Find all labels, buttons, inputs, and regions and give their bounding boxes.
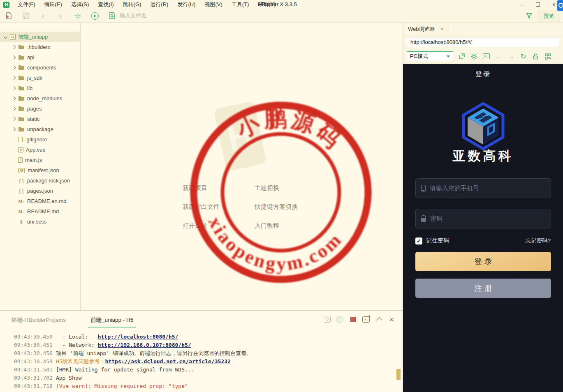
menu-item[interactable]: 选择(S) <box>67 0 93 9</box>
menu-item[interactable]: 查找(I) <box>93 0 118 9</box>
tree-item[interactable]: [ ]package-lock.json <box>0 175 80 186</box>
log-link[interactable]: http://localhost:8080/h5/ <box>98 334 178 340</box>
quick-link[interactable]: 入门教程 <box>255 222 279 230</box>
chevron-down-icon[interactable] <box>4 35 8 39</box>
phone-icon <box>421 185 426 192</box>
quick-link[interactable]: 打开目录 <box>183 222 207 230</box>
register-button[interactable]: 注 册 <box>415 279 551 298</box>
tree-item[interactable]: lib <box>0 83 80 93</box>
quick-link[interactable]: 快捷键方案切换 <box>255 203 298 211</box>
console-tab[interactable]: 终端-HBuilderProjects <box>12 316 66 324</box>
phone-input[interactable]: 请输入您的手机号 <box>415 178 551 198</box>
refresh-icon[interactable]: ↻ <box>519 53 527 60</box>
chevron-right-icon[interactable] <box>12 97 16 101</box>
chevron-right-icon[interactable] <box>12 55 16 60</box>
page-title: 登录 <box>403 69 563 79</box>
star-icon[interactable]: ☆ <box>69 12 86 21</box>
console-log: 09:43:30.450 - Local: http://localhost:8… <box>0 333 403 392</box>
chevron-right-icon[interactable] <box>12 107 16 111</box>
console-scrollbar[interactable] <box>396 369 401 380</box>
menu-item[interactable]: 编辑(E) <box>40 0 67 9</box>
tree-item[interactable]: U前端_uniapp <box>0 32 80 42</box>
back-icon[interactable]: ‹ <box>35 12 52 20</box>
tree-item[interactable]: [⚙]manifest.json <box>0 165 80 175</box>
lock-icon[interactable] <box>532 53 540 60</box>
chevron-right-icon[interactable] <box>12 127 16 131</box>
device-mode-select[interactable]: PC模式 <box>407 51 453 61</box>
log-text: - Network: <box>56 342 98 348</box>
new-file-icon[interactable] <box>0 12 17 20</box>
menu-item[interactable]: 跳转(G) <box>118 0 146 9</box>
save-icon[interactable] <box>17 12 35 19</box>
collapse-icon[interactable] <box>375 316 383 323</box>
quick-link[interactable]: 新建项目 <box>183 184 207 192</box>
log-link[interactable]: https://ask.dcloud.net.cn/article/35232 <box>105 358 231 364</box>
remember-checkbox[interactable]: ✓ <box>415 238 422 244</box>
terminal-icon[interactable]: >_ <box>482 53 490 60</box>
corner-widget[interactable] <box>557 0 563 11</box>
chevron-right-icon[interactable] <box>12 76 16 80</box>
tree-item[interactable]: M↓README.en.md <box>0 196 80 206</box>
back-arrow-icon[interactable]: ← <box>495 53 503 60</box>
tree-item[interactable]: static <box>0 114 80 124</box>
web-browser-tab[interactable]: Web浏览器 × <box>403 23 449 35</box>
title-bar: H 文件(F)编辑(E)选择(S)查找(I)跳转(G)运行(R)发行(U)视图(… <box>0 0 563 9</box>
hbuilderx-watermark-logo: H <box>213 101 267 171</box>
refresh-panel-icon[interactable]: ↻ <box>324 316 331 323</box>
folder-icon <box>18 44 25 50</box>
menu-item[interactable]: 文件(F) <box>13 0 40 9</box>
tree-item[interactable]: §uni.scss <box>0 217 80 227</box>
tree-item[interactable]: pages <box>0 104 80 114</box>
stop-icon[interactable] <box>349 316 357 323</box>
menu-item[interactable]: 运行(R) <box>146 0 173 9</box>
tree-item[interactable]: .gitignore <box>0 134 80 145</box>
tree-item[interactable]: api <box>0 52 80 62</box>
log-text: [Vue warn]: Missing required prop: "type… <box>56 383 188 389</box>
tab-close-icon[interactable]: × <box>441 26 444 32</box>
chevron-right-icon[interactable] <box>12 117 16 121</box>
tree-item[interactable]: node_modules <box>0 93 80 104</box>
chevron-right-icon[interactable] <box>12 66 16 70</box>
filter-funnel-icon[interactable] <box>526 12 533 19</box>
tree-item[interactable]: Jmain.js <box>0 155 80 165</box>
tree-item[interactable]: components <box>0 62 80 73</box>
tree-item[interactable]: js_sdk <box>0 73 80 83</box>
login-button[interactable]: 登 录 <box>415 252 551 271</box>
log-text: H5版常见问题参考： <box>56 358 105 364</box>
menu-item[interactable]: 发行(U) <box>173 0 200 9</box>
menu-item[interactable]: 视图(V) <box>200 0 227 9</box>
tree-item[interactable]: unpackage <box>0 124 80 134</box>
web-browser-panel: Web浏览器 × http://localhost:8080/h5/#/ PC模… <box>403 23 563 392</box>
tree-item[interactable]: .hbuilderx <box>0 42 80 52</box>
qrcode-icon[interactable] <box>544 53 552 60</box>
file-search-input[interactable]: 输入文件名 <box>109 11 518 21</box>
open-external-icon[interactable] <box>458 53 466 60</box>
settings-gear-icon[interactable] <box>470 53 478 60</box>
close-icon[interactable]: × <box>552 1 556 8</box>
address-bar[interactable]: http://localhost:8080/h5/#/ <box>407 37 559 47</box>
tree-item[interactable]: M↓README.md <box>0 206 80 217</box>
console-tab[interactable]: 前端_uniapp - H5 <box>90 316 133 324</box>
password-input[interactable]: 密码 <box>415 209 551 228</box>
log-link[interactable]: http://192.168.0.107:8080/h5/ <box>98 342 191 348</box>
chevron-down-icon <box>447 55 450 58</box>
quick-link[interactable]: 主题切换 <box>255 184 279 192</box>
minimize-icon[interactable]: – <box>520 1 524 8</box>
clear-log-icon[interactable]: ×↓ <box>389 316 396 323</box>
forward-arrow-icon[interactable]: → <box>507 53 515 60</box>
restart-icon[interactable]: ↻ <box>336 316 343 323</box>
tree-item[interactable]: VApp.vue <box>0 145 80 155</box>
forward-icon[interactable]: › <box>52 12 69 20</box>
tree-item[interactable]: [ ]pages.json <box>0 186 80 196</box>
preview-button[interactable]: 预览 <box>538 11 560 21</box>
vue-file-icon: V <box>18 147 23 152</box>
maximize-icon[interactable] <box>536 2 540 7</box>
no-chevron <box>12 220 15 223</box>
menu-item[interactable]: 工具(T) <box>227 0 254 9</box>
forgot-password-link[interactable]: 忘记密码? <box>525 237 551 244</box>
new-terminal-icon[interactable]: >_ <box>362 316 370 323</box>
quick-link[interactable]: 新建空白文件 <box>183 203 220 211</box>
chevron-right-icon[interactable] <box>12 45 16 49</box>
chevron-right-icon[interactable] <box>12 86 16 90</box>
run-icon[interactable]: ▶ <box>86 12 104 20</box>
